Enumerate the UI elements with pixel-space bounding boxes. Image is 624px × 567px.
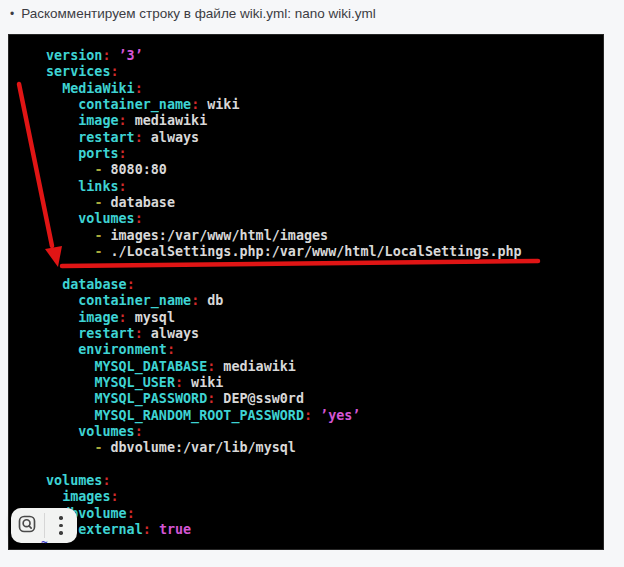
terminal-line: external: true — [46, 522, 603, 538]
visual-search-button[interactable] — [11, 508, 44, 543]
terminal-content: version: ’3’services: MediaWiki: contain… — [46, 48, 603, 538]
terminal-line: container_name: wiki — [46, 97, 603, 113]
terminal-line: dbvolume: — [46, 506, 603, 522]
terminal-line: MYSQL_USER: wiki — [46, 375, 603, 391]
terminal-line: - images:/var/www/html/images — [46, 228, 603, 244]
kebab-menu-icon — [59, 514, 63, 537]
terminal-cursor-mark: ~ — [41, 536, 48, 549]
terminal-line: image: mediawiki — [46, 113, 603, 129]
terminal-line: container_name: db — [46, 293, 603, 309]
terminal-line — [46, 260, 603, 276]
terminal-line: restart: always — [46, 130, 603, 146]
terminal-line: MediaWiki: — [46, 81, 603, 97]
terminal-line — [46, 457, 603, 473]
terminal-line: restart: always — [46, 326, 603, 342]
visual-search-lens-icon — [17, 514, 37, 538]
terminal-line: volumes: — [46, 424, 603, 440]
bullet-point: • — [10, 7, 14, 21]
terminal-line: volumes: — [46, 473, 603, 489]
terminal-line: ports: — [46, 146, 603, 162]
terminal-line: MYSQL_DATABASE: mediawiki — [46, 359, 603, 375]
terminal-line: - ./LocalSettings.php:/var/www/html/Loca… — [46, 244, 603, 260]
terminal-line: volumes: — [46, 211, 603, 227]
page-caption: • Раскомментируем строку в файле wiki.ym… — [10, 6, 376, 21]
terminal-line: services: — [46, 64, 603, 80]
caption-text: Раскомментируем строку в файле wiki.yml:… — [21, 6, 376, 21]
terminal-line: links: — [46, 179, 603, 195]
terminal-line: MYSQL_PASSWORD: DEP@ssw0rd — [46, 391, 603, 407]
terminal-line: MYSQL_RANDOM_ROOT_PASSWORD: ’yes’ — [46, 408, 603, 424]
overlay-menu-button[interactable] — [45, 508, 78, 543]
terminal-line: - 8080:80 — [46, 162, 603, 178]
terminal-line: image: mysql — [46, 310, 603, 326]
terminal-screenshot: version: ’3’services: MediaWiki: contain… — [8, 34, 604, 550]
terminal-line: - database — [46, 195, 603, 211]
terminal-line: - dbvolume:/var/lib/mysql — [46, 440, 603, 456]
terminal-line: database: — [46, 277, 603, 293]
terminal-line: images: — [46, 489, 603, 505]
terminal-line: environment: — [46, 342, 603, 358]
terminal-line: version: ’3’ — [46, 48, 603, 64]
